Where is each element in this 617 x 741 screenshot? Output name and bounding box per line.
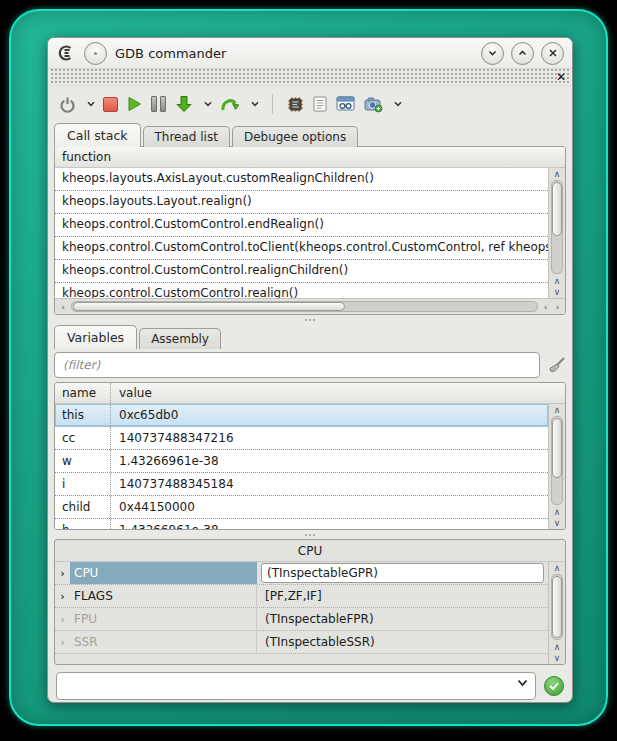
scroll-up-icon[interactable]: ∧ xyxy=(549,168,565,179)
power-button[interactable] xyxy=(58,92,77,116)
splitter-handle[interactable] xyxy=(48,315,572,324)
expand-chevron-icon[interactable]: › xyxy=(55,591,70,602)
pause-button[interactable] xyxy=(150,92,167,116)
variable-row[interactable]: i 140737488345184 xyxy=(55,473,548,496)
column-header-name[interactable]: name xyxy=(55,383,111,403)
stop-button[interactable] xyxy=(102,92,119,116)
variable-row[interactable]: cc 140737488347216 xyxy=(55,427,548,450)
scroll-right-icon[interactable]: › xyxy=(553,301,562,312)
debug-toolbar xyxy=(48,86,572,122)
camera-add-icon xyxy=(364,96,383,113)
expand-chevron-icon[interactable]: › xyxy=(55,568,70,579)
variable-row[interactable]: w 1.43266961e-38 xyxy=(55,450,548,473)
step-over-button[interactable] xyxy=(219,92,241,116)
scrollbar-track[interactable] xyxy=(71,301,538,312)
snapshot-menu-chevron[interactable] xyxy=(394,101,402,107)
scrollbar-thumb[interactable] xyxy=(552,576,562,638)
dock-grip[interactable]: ✕ xyxy=(49,69,571,86)
run-button[interactable] xyxy=(126,92,143,116)
scroll-left-icon[interactable]: ‹ xyxy=(541,301,550,312)
stop-icon xyxy=(103,97,118,112)
cpu-row[interactable]: › SSR (TInspectableSSR) xyxy=(55,631,548,654)
scroll-down-icon[interactable]: ∨ xyxy=(549,652,565,663)
window-title: GDB commander xyxy=(115,46,226,61)
scrollbar-track[interactable] xyxy=(551,180,563,274)
cpu-row[interactable]: › CPU (TInspectableGPR) xyxy=(55,562,548,585)
column-header-function[interactable]: function xyxy=(55,150,111,164)
snapshot-button[interactable] xyxy=(363,92,384,116)
step-over-menu-chevron[interactable] xyxy=(251,101,259,107)
close-button[interactable] xyxy=(541,42,564,65)
callstack-list: kheops.layouts.AxisLayout.customRealignC… xyxy=(55,168,548,298)
combo-dropdown-button[interactable] xyxy=(517,679,528,687)
variables-vertical-scrollbar[interactable]: ∧ ∧ ∨ xyxy=(548,404,565,529)
filter-row xyxy=(54,350,566,380)
clear-filter-button[interactable] xyxy=(547,356,566,375)
scrollbar-thumb[interactable] xyxy=(73,302,345,311)
filter-input[interactable] xyxy=(54,352,540,378)
variable-row[interactable]: h 1.43266961e-38 xyxy=(55,519,548,529)
step-into-menu-chevron[interactable] xyxy=(204,101,212,107)
expand-chevron-icon[interactable]: › xyxy=(55,637,70,648)
submit-command-button[interactable] xyxy=(544,676,564,696)
callstack-row[interactable]: kheops.control.CustomControl.realignChil… xyxy=(55,260,548,283)
shade-up-button[interactable] xyxy=(511,42,534,65)
scroll-up-icon[interactable]: ∧ xyxy=(549,506,565,517)
watch-window-button[interactable] xyxy=(335,92,356,116)
titlebar[interactable]: GDB commander xyxy=(48,38,572,69)
cpu-panel: CPU › CPU (TInspectableGPR) › FLAGS [PF,… xyxy=(54,539,566,665)
titlebar-buttons xyxy=(481,42,564,65)
scrollbar-track[interactable] xyxy=(551,416,563,505)
command-log-button[interactable] xyxy=(312,92,328,116)
variable-row[interactable]: child 0x44150000 xyxy=(55,496,548,519)
cpu-vertical-scrollbar[interactable]: ∧ ∧ ∨ xyxy=(548,562,565,664)
scroll-down-icon[interactable]: ∨ xyxy=(549,517,565,528)
tab-thread-list[interactable]: Thread list xyxy=(143,126,230,147)
callstack-row[interactable]: kheops.control.CustomControl.realign() xyxy=(55,283,548,298)
chevron-up-icon xyxy=(518,50,527,56)
callstack-row[interactable]: kheops.control.CustomControl.endRealign(… xyxy=(55,214,548,237)
scrollbar-thumb[interactable] xyxy=(552,182,562,236)
command-combobox[interactable] xyxy=(56,672,536,700)
screenshot-stage: GDB commander ✕ xyxy=(0,0,617,741)
splitter-handle[interactable] xyxy=(48,530,572,539)
call-stack-panel: function kheops.layouts.AxisLayout.custo… xyxy=(54,146,566,315)
window-menu-button[interactable] xyxy=(84,42,107,65)
variable-row[interactable]: this 0xc65db0 xyxy=(55,404,548,427)
cpu-register-list: › CPU (TInspectableGPR) › FLAGS [PF,ZF,I… xyxy=(55,562,548,664)
power-menu-chevron[interactable] xyxy=(87,101,95,107)
scroll-up-icon[interactable]: ∧ xyxy=(549,562,565,573)
chip-icon xyxy=(287,96,304,113)
scroll-up-icon[interactable]: ∧ xyxy=(549,641,565,652)
callstack-row[interactable]: kheops.layouts.Layout.realign() xyxy=(55,191,548,214)
tab-assembly[interactable]: Assembly xyxy=(139,328,221,349)
target-chip-button[interactable] xyxy=(286,92,305,116)
shade-down-button[interactable] xyxy=(481,42,504,65)
cpu-value-field[interactable]: (TInspectableGPR) xyxy=(261,563,544,583)
cpu-row[interactable]: › FPU (TInspectableFPR) xyxy=(55,608,548,631)
tab-variables[interactable]: Variables xyxy=(54,325,137,349)
scrollbar-thumb[interactable] xyxy=(552,418,562,478)
dock-close-button[interactable]: ✕ xyxy=(556,69,566,85)
callstack-row[interactable]: kheops.control.CustomControl.toClient(kh… xyxy=(55,237,548,260)
scroll-up-icon[interactable]: ∧ xyxy=(549,275,565,286)
inspector-window-icon xyxy=(336,96,355,112)
tab-debugee-options[interactable]: Debugee options xyxy=(232,126,358,147)
callstack-horizontal-scrollbar[interactable]: ‹ ‹ › xyxy=(55,298,565,314)
tab-call-stack[interactable]: Call stack xyxy=(54,123,141,147)
step-into-button[interactable] xyxy=(174,92,194,116)
cpu-row[interactable]: › FLAGS [PF,ZF,IF] xyxy=(55,585,548,608)
scroll-up-icon[interactable]: ∧ xyxy=(549,404,565,415)
variables-tabbar: Variables Assembly xyxy=(48,324,572,349)
command-row xyxy=(48,665,572,703)
scroll-left-icon[interactable]: ‹ xyxy=(58,301,68,312)
expand-chevron-icon[interactable]: › xyxy=(55,614,70,625)
gdb-commander-window: GDB commander ✕ xyxy=(47,37,573,703)
column-header-value[interactable]: value xyxy=(111,386,565,400)
callstack-vertical-scrollbar[interactable]: ∧ ∧ ∨ xyxy=(548,168,565,298)
scrollbar-track[interactable] xyxy=(551,574,563,640)
callstack-row[interactable]: kheops.layouts.AxisLayout.customRealignC… xyxy=(55,168,548,191)
scroll-down-icon[interactable]: ∨ xyxy=(549,286,565,297)
variables-panel: name value this 0xc65db0 cc 140737488347… xyxy=(54,382,566,530)
step-over-icon xyxy=(220,96,240,113)
